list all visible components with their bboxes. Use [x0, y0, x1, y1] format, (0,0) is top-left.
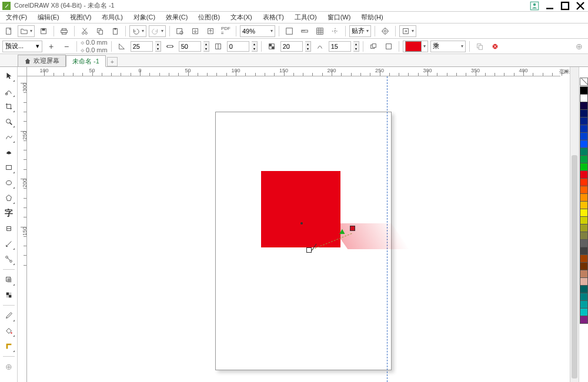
color-swatch-28[interactable] [580, 300, 588, 309]
color-swatch-7[interactable] [580, 140, 588, 148]
shadow-color-dropdown[interactable]: ▾ [403, 41, 428, 52]
color-swatch-29[interactable] [580, 308, 588, 316]
feather-edge-button[interactable] [382, 40, 395, 53]
paste-button[interactable] [109, 25, 122, 38]
color-swatch-30[interactable] [580, 316, 588, 324]
menu-object[interactable]: 对象(C) [130, 12, 159, 23]
fill-tool[interactable] [2, 324, 15, 337]
color-swatch-16[interactable] [580, 209, 588, 217]
crop-tool[interactable] [2, 100, 15, 113]
export-button[interactable] [204, 25, 217, 38]
color-swatch-18[interactable] [580, 224, 588, 232]
color-swatch-15[interactable] [580, 201, 588, 209]
expand-toolbox-button[interactable]: ⊕ [2, 360, 15, 373]
tab-welcome[interactable]: 欢迎屏幕 [18, 55, 66, 66]
open-button[interactable]: ▾ [18, 25, 35, 37]
new-tab-button[interactable]: + [107, 57, 118, 66]
color-swatch-19[interactable] [580, 232, 588, 240]
horizontal-ruler[interactable]: 10050050100150200250300350400 [27, 67, 560, 76]
color-swatch-6[interactable] [580, 132, 588, 140]
color-swatch-26[interactable] [580, 285, 588, 293]
color-swatch-25[interactable] [580, 277, 588, 286]
drawing-canvas[interactable] [27, 76, 560, 382]
menu-help[interactable]: 帮助(H) [358, 12, 386, 23]
maximize-button[interactable] [560, 2, 570, 10]
launch-dropdown[interactable]: ▾ [399, 25, 416, 37]
cut-button[interactable] [78, 25, 91, 38]
menu-bitmap[interactable]: 位图(B) [195, 12, 223, 23]
ellipse-tool[interactable] [2, 176, 15, 189]
close-button[interactable] [575, 2, 586, 10]
menu-effects[interactable]: 效果(C) [162, 12, 191, 23]
pick-tool[interactable] [2, 69, 15, 82]
dimension-tool[interactable] [2, 237, 15, 250]
new-button[interactable] [2, 25, 15, 38]
shape-tool[interactable] [2, 85, 15, 98]
stretch-stepper[interactable]: ▴▾ [203, 41, 209, 52]
color-swatch-4[interactable] [580, 117, 588, 125]
minimize-button[interactable] [544, 2, 555, 10]
text-tool[interactable]: 字 [2, 207, 15, 220]
user-icon[interactable] [529, 2, 540, 10]
guidelines-button[interactable] [329, 25, 342, 38]
rectangle-shape[interactable] [261, 171, 340, 247]
import-button[interactable] [189, 25, 202, 38]
remove-preset-button[interactable]: − [60, 40, 73, 53]
rectangle-tool[interactable] [2, 161, 15, 174]
color-swatch-9[interactable] [580, 155, 588, 163]
undo-button[interactable]: ▾ [129, 25, 146, 37]
color-swatch-20[interactable] [580, 239, 588, 247]
menu-text[interactable]: 文本(X) [227, 12, 256, 23]
menu-tools[interactable]: 工具(O) [291, 12, 320, 23]
shadow-stretch-field[interactable]: 50 [179, 41, 201, 52]
grid-button[interactable] [313, 25, 326, 38]
color-swatch-8[interactable] [580, 148, 588, 156]
copy-shadow-button[interactable] [473, 40, 486, 53]
feather-stepper[interactable]: ▴▾ [353, 41, 359, 52]
vertical-scrollbar[interactable] [570, 67, 579, 382]
fade-stepper[interactable]: ▴▾ [252, 41, 258, 52]
ruler-origin[interactable] [18, 67, 27, 76]
add-preset-button[interactable]: + [45, 40, 58, 53]
clear-shadow-button[interactable] [489, 40, 502, 53]
color-swatch-5[interactable] [580, 125, 588, 133]
shadow-end-node[interactable] [350, 226, 355, 231]
fullscreen-button[interactable] [283, 25, 296, 38]
publish-pdf-button[interactable]: PDF≡ [219, 25, 232, 38]
artistic-media-tool[interactable] [2, 146, 15, 159]
angle-stepper[interactable]: ▴▾ [155, 41, 161, 52]
color-swatch-2[interactable] [580, 102, 588, 110]
menu-layout[interactable]: 布局(L) [98, 12, 126, 23]
color-swatch-24[interactable] [580, 270, 588, 278]
zoom-level-dropdown[interactable]: 49%▾ [240, 25, 275, 37]
menu-file[interactable]: 文件(F) [2, 12, 31, 23]
shadow-feather-field[interactable]: 15 [329, 41, 351, 52]
search-content-button[interactable] [173, 25, 186, 38]
zoom-tool[interactable] [2, 115, 15, 128]
color-swatch-27[interactable] [580, 293, 588, 301]
color-swatch-11[interactable] [580, 170, 588, 179]
table-tool[interactable] [2, 222, 15, 235]
color-swatch-0[interactable] [580, 86, 588, 95]
menu-edit[interactable]: 编辑(E) [34, 12, 63, 23]
eyedropper-tool[interactable] [2, 309, 15, 322]
outline-tool[interactable] [2, 340, 15, 353]
color-swatch-3[interactable] [580, 109, 588, 118]
feather-direction-button[interactable] [367, 40, 380, 53]
save-button[interactable] [37, 25, 50, 38]
menu-table[interactable]: 表格(T) [259, 12, 288, 23]
close-docker-button[interactable]: ✕ [562, 68, 569, 75]
opacity-stepper[interactable]: ▴▾ [305, 41, 311, 52]
preset-dropdown[interactable]: 预设...▾ [2, 41, 42, 52]
redo-button[interactable]: ▾ [149, 25, 166, 37]
options-button[interactable] [379, 25, 392, 38]
snap-dropdown[interactable]: 贴齐▾ [349, 25, 371, 37]
menu-window[interactable]: 窗口(W) [324, 12, 355, 23]
connector-tool[interactable] [2, 253, 15, 266]
color-swatch-17[interactable] [580, 216, 588, 224]
color-swatch-21[interactable] [580, 247, 588, 255]
shadow-angle-field[interactable]: 25 [131, 41, 153, 52]
copy-button[interactable] [93, 25, 106, 38]
color-swatch-10[interactable] [580, 163, 588, 171]
rulers-button[interactable] [298, 25, 311, 38]
